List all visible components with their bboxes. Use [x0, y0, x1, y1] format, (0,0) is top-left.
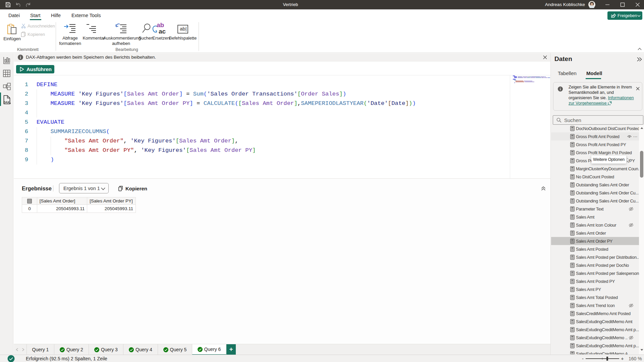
svg-text:DAX: DAX [3, 101, 9, 104]
